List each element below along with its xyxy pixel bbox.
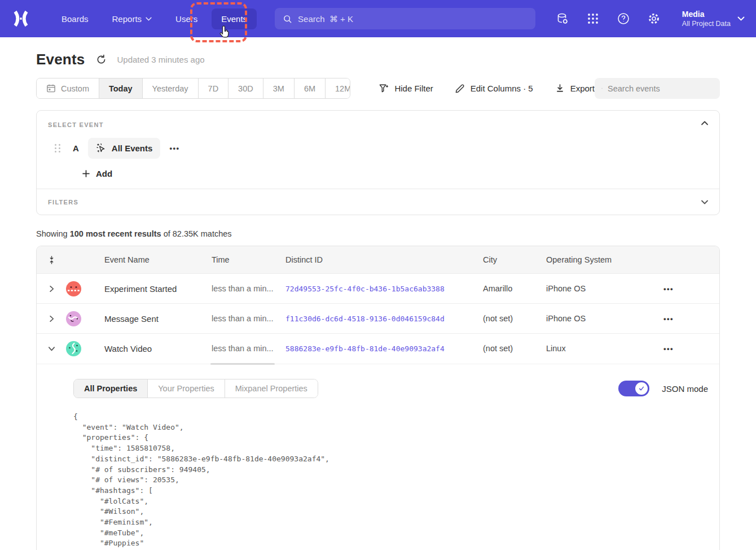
tab-your-properties[interactable]: Your Properties: [148, 379, 225, 398]
event-chip-label: All Events: [112, 143, 153, 153]
col-event-name[interactable]: Event Name: [91, 255, 212, 264]
range-3m[interactable]: 3M: [263, 78, 295, 98]
chevron-right-icon[interactable]: [47, 285, 56, 293]
nav-item-reports[interactable]: Reports: [103, 8, 162, 29]
event-detail-panel: All Properties Your Properties Mixpanel …: [37, 366, 719, 550]
export-label: Export: [570, 84, 595, 93]
row-more-button[interactable]: •••: [663, 344, 674, 353]
search-events-field[interactable]: [595, 78, 720, 99]
chevron-right-icon[interactable]: [47, 315, 56, 323]
range-yesterday[interactable]: Yesterday: [143, 78, 199, 98]
project-name: Media: [682, 9, 731, 19]
event-avatar: [66, 311, 81, 326]
nav-item-reports-label: Reports: [112, 14, 142, 24]
row-more-button[interactable]: •••: [663, 315, 674, 323]
event-selector-chip[interactable]: All Events: [88, 138, 161, 159]
add-event-label: Add: [96, 169, 112, 178]
event-row-letter: A: [73, 143, 79, 153]
search-icon: [601, 84, 603, 93]
event-name: Watch Video: [91, 344, 212, 353]
range-custom[interactable]: Custom: [37, 78, 99, 98]
event-more-button[interactable]: •••: [169, 144, 179, 152]
range-30d[interactable]: 30D: [228, 78, 263, 98]
event-avatar: [66, 281, 81, 296]
drag-handle[interactable]: [55, 144, 60, 153]
event-os: iPhone OS: [546, 284, 645, 293]
chevron-down-icon: [146, 17, 152, 21]
export-button[interactable]: Export: [555, 83, 595, 94]
event-name: Message Sent: [91, 314, 212, 324]
event-city: Amarillo: [483, 284, 546, 293]
project-switcher[interactable]: Media All Project Data: [682, 9, 745, 28]
events-page: Events Updated 3 minutes ago Custom Toda…: [36, 51, 720, 550]
help-icon[interactable]: [617, 12, 630, 25]
range-7d[interactable]: 7D: [199, 78, 229, 98]
avatar-face: [66, 281, 81, 296]
filter-icon: [379, 83, 389, 94]
tab-all-properties[interactable]: All Properties: [74, 379, 148, 398]
event-json-view: { "event": "Watch Video", "properties": …: [73, 412, 708, 550]
calendar-icon: [46, 84, 56, 93]
filters-section-toggle[interactable]: FILTERS: [37, 189, 719, 215]
table-row-watch-video[interactable]: Watch Video less than a min... 5886283e-…: [37, 333, 719, 363]
edit-columns-label: Edit Columns · 5: [471, 84, 533, 93]
events-table: Event Name Time Distinct ID City Operati…: [36, 246, 720, 550]
page-title: Events: [36, 51, 85, 68]
chevron-down-icon: [700, 198, 709, 207]
summary-suffix: of 82.35K matches: [161, 229, 232, 238]
col-distinct-id[interactable]: Distinct ID: [285, 255, 483, 264]
json-mode-toggle[interactable]: [618, 381, 649, 396]
properties-tabs: All Properties Your Properties Mixpanel …: [73, 379, 318, 398]
collapse-rows-icon[interactable]: [47, 255, 56, 265]
summary-count: 100 most recent results: [70, 229, 161, 238]
scrollbar-track: [37, 364, 719, 364]
table-row-message-sent[interactable]: Message Sent less than a min... f11c30d6…: [37, 303, 719, 333]
event-city: (not set): [483, 314, 546, 323]
event-city: (not set): [483, 344, 546, 353]
table-row-experiment-started[interactable]: Experiment Started less than a min... 72…: [37, 273, 719, 303]
nav-item-users[interactable]: Users: [166, 8, 207, 29]
event-name: Experiment Started: [91, 284, 212, 294]
nav-item-events[interactable]: Events: [212, 8, 257, 29]
settings-icon[interactable]: [647, 12, 661, 25]
distinct-id-link[interactable]: 5886283e-e9fb-48fb-81de-40e9093a2af4: [285, 344, 483, 353]
top-navbar: Boards Reports Users Events: [0, 0, 756, 37]
range-6m[interactable]: 6M: [295, 78, 326, 98]
last-updated-text: Updated 3 minutes ago: [117, 55, 204, 64]
chevron-down-icon[interactable]: [47, 344, 56, 353]
cursor-sparkle-icon: [96, 143, 107, 154]
col-operating-system[interactable]: Operating System: [546, 255, 645, 264]
mixpanel-logo-icon[interactable]: [12, 10, 29, 27]
chevron-down-icon: [737, 16, 745, 21]
scrollbar-thumb[interactable]: [210, 363, 275, 365]
apps-grid-icon[interactable]: [586, 12, 600, 25]
col-time[interactable]: Time: [212, 255, 285, 264]
results-summary: Showing 100 most recent results of 82.35…: [36, 229, 720, 238]
range-today[interactable]: Today: [99, 78, 143, 98]
add-event-button[interactable]: Add: [82, 169, 112, 178]
nav-item-boards[interactable]: Boards: [52, 8, 98, 29]
distinct-id-link[interactable]: 72d49553-25fc-4f0c-b436-1b5ac6ab3388: [285, 285, 483, 293]
data-management-icon[interactable]: [556, 12, 569, 25]
distinct-id-link[interactable]: f11c30d6-dc6d-4518-9136-0d046159c84d: [285, 315, 483, 323]
search-events-input[interactable]: [608, 84, 713, 93]
global-search[interactable]: [275, 8, 535, 29]
global-search-input[interactable]: [298, 14, 528, 24]
project-scope: All Project Data: [682, 19, 731, 28]
select-event-label: SELECT EVENT: [48, 121, 708, 128]
edit-columns-button[interactable]: Edit Columns · 5: [455, 83, 533, 94]
tab-mixpanel-properties[interactable]: Mixpanel Properties: [225, 379, 318, 398]
check-icon: [638, 385, 645, 392]
refresh-icon[interactable]: [96, 54, 107, 65]
plus-icon: [82, 169, 90, 178]
event-avatar: [66, 341, 81, 356]
chevron-up-icon[interactable]: [700, 119, 709, 128]
range-12m[interactable]: 12M: [326, 78, 350, 98]
row-more-button[interactable]: •••: [663, 285, 674, 293]
event-time: less than a min...: [212, 344, 285, 353]
table-header-row: Event Name Time Distinct ID City Operati…: [37, 246, 719, 273]
summary-prefix: Showing: [36, 229, 70, 238]
col-city[interactable]: City: [483, 255, 546, 264]
query-builder-card: SELECT EVENT A All Events ••• Add: [36, 110, 720, 215]
hide-filter-button[interactable]: Hide Filter: [379, 83, 433, 94]
